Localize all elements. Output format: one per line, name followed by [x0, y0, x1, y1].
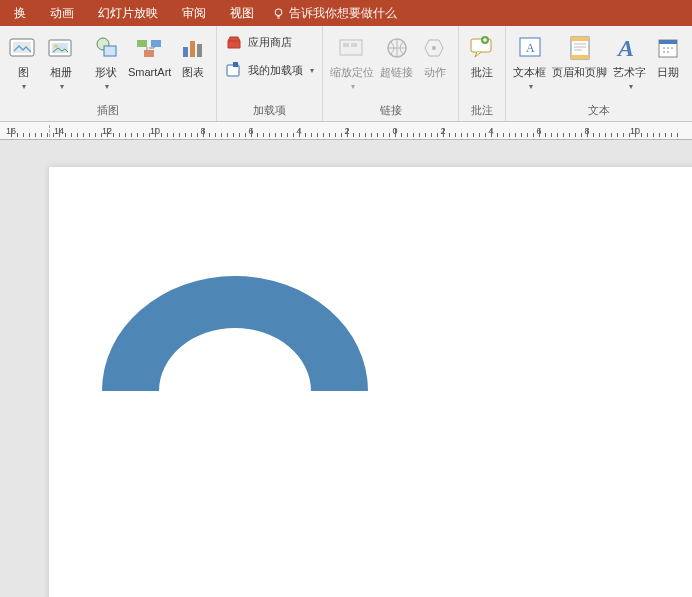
horizontal-ruler: 1614121086420246810: [0, 122, 692, 140]
ruler-tick: [377, 133, 378, 137]
ruler-tick: [95, 133, 96, 137]
album-label: 相册: [50, 66, 72, 78]
svg-text:A: A: [616, 35, 634, 61]
store-icon: [225, 33, 243, 51]
ruler-tick: [365, 133, 366, 137]
ruler-tick: [635, 128, 636, 137]
tell-me-label: 告诉我你想要做什么: [289, 5, 397, 22]
tab-replace[interactable]: 换: [2, 0, 38, 26]
ruler-tick: [287, 133, 288, 137]
ruler-tick: [485, 133, 486, 137]
ruler-tick: [389, 133, 390, 137]
header-footer-button[interactable]: 页眉和页脚: [549, 28, 610, 79]
ruler-tick: [161, 133, 162, 137]
group-addins: 应用商店 我的加载项 ▾ 加载项: [217, 26, 323, 121]
ruler-tick: [155, 128, 156, 137]
store-button[interactable]: 应用商店: [225, 31, 314, 53]
svg-rect-17: [343, 43, 349, 47]
tab-view[interactable]: 视图: [218, 0, 266, 26]
ruler-tick: [335, 133, 336, 137]
ruler-tick: [179, 133, 180, 137]
ruler-tick: [455, 133, 456, 137]
ruler-tick: [617, 133, 618, 137]
action-button[interactable]: 动作: [416, 28, 454, 79]
zoom-location-button[interactable]: 缩放定位▾: [327, 28, 377, 93]
ruler-tick: [341, 133, 342, 137]
textbox-label: 文本框: [513, 66, 546, 78]
ruler-tick: [293, 133, 294, 137]
wordart-label: 艺术字: [613, 66, 646, 78]
ruler-tick: [221, 133, 222, 137]
ruler-tick: [131, 133, 132, 137]
ruler-tick: [419, 133, 420, 137]
shapes-button[interactable]: 形状▾: [87, 28, 125, 93]
ruler-tick: [125, 133, 126, 137]
svg-rect-26: [571, 37, 589, 41]
svg-rect-10: [144, 50, 154, 57]
tab-review[interactable]: 审阅: [170, 0, 218, 26]
svg-rect-16: [340, 40, 362, 55]
ruler-tick: [467, 133, 468, 137]
ruler-tick: [659, 133, 660, 137]
tell-me-search[interactable]: 告诉我你想要做什么: [272, 5, 397, 22]
ruler-tick: [521, 133, 522, 137]
group-label-addins: 加载项: [221, 101, 318, 121]
svg-rect-15: [233, 62, 238, 67]
svg-rect-18: [351, 43, 357, 47]
ruler-tick: [191, 133, 192, 137]
ruler-tick: [197, 133, 198, 137]
ruler-tick: [305, 133, 306, 137]
myaddins-button[interactable]: 我的加载项 ▾: [225, 59, 314, 81]
ruler-tick: [581, 133, 582, 137]
ruler-tick: [443, 128, 444, 137]
datetime-button[interactable]: 日期: [649, 28, 687, 79]
ruler-tick: [671, 133, 672, 137]
ruler-tick: [575, 133, 576, 137]
wordart-button[interactable]: A 艺术字▾: [610, 28, 649, 93]
slide-canvas[interactable]: [49, 167, 692, 597]
ruler-tick: [431, 133, 432, 137]
ruler-tick: [119, 133, 120, 137]
arc-shape[interactable]: [92, 273, 378, 401]
chart-button[interactable]: 图表: [174, 28, 212, 79]
chart-label: 图表: [182, 66, 204, 79]
ruler-tick: [41, 133, 42, 137]
ruler-tick: [599, 133, 600, 137]
ruler-tick: [209, 133, 210, 137]
tab-animation[interactable]: 动画: [38, 0, 86, 26]
wordart-icon: A: [616, 31, 644, 65]
ruler-tick: [257, 133, 258, 137]
ruler-tick: [557, 133, 558, 137]
ruler-tick: [29, 133, 30, 137]
ruler-tick: [143, 133, 144, 137]
svg-text:A: A: [526, 41, 535, 55]
comment-button[interactable]: 批注: [463, 28, 501, 79]
svg-rect-13: [197, 44, 202, 57]
album-button[interactable]: 相册▾: [42, 28, 80, 93]
ruler-tick: [401, 133, 402, 137]
ruler-tick: [59, 128, 60, 137]
ruler-tick: [323, 133, 324, 137]
smartart-icon: [134, 31, 166, 65]
svg-rect-11: [183, 47, 188, 57]
svg-rect-12: [190, 41, 195, 57]
ruler-tick: [113, 133, 114, 137]
smartart-button[interactable]: SmartArt: [125, 28, 174, 79]
addins-icon: [225, 61, 243, 79]
tab-slideshow[interactable]: 幻灯片放映: [86, 0, 170, 26]
album-icon: [46, 31, 76, 65]
ruler-tick: [11, 128, 12, 137]
comment-icon: [468, 31, 496, 65]
svg-rect-7: [104, 46, 116, 56]
ruler-tick: [479, 133, 480, 137]
ruler-tick: [539, 128, 540, 137]
hyperlink-icon: [384, 31, 410, 65]
textbox-button[interactable]: A 文本框▾: [510, 28, 549, 93]
action-label: 动作: [424, 66, 446, 79]
ruler-tick: [275, 133, 276, 137]
slide-workspace[interactable]: [0, 140, 692, 597]
hyperlink-button[interactable]: 超链接: [377, 28, 416, 79]
ruler-tick: [17, 133, 18, 137]
hyperlink-label: 超链接: [380, 66, 413, 79]
screenshot-button[interactable]: 图▾: [4, 28, 42, 93]
